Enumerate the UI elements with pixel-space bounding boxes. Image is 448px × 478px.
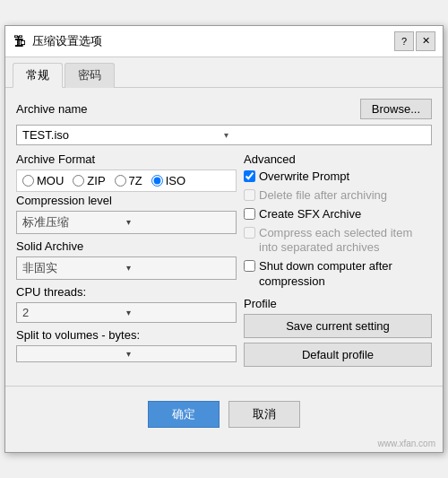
left-column: Archive Format MOU ZIP 7Z (16, 151, 237, 371)
ok-button[interactable]: 确定 (148, 401, 220, 428)
browse-button[interactable]: Browse... (360, 99, 432, 119)
compress-each-checkbox (244, 227, 255, 239)
format-iso[interactable]: ISO (151, 174, 185, 187)
cancel-button[interactable]: 取消 (228, 401, 300, 428)
format-7z[interactable]: 7Z (115, 174, 142, 187)
right-column: Advanced Overwrite Prompt Delete file af… (244, 151, 432, 371)
tab-bar: 常规 密码 (5, 57, 443, 88)
overwrite-prompt-checkbox[interactable] (244, 170, 255, 182)
title-controls: ? ✕ (394, 31, 435, 51)
dialog-title: 压缩设置选项 (32, 33, 394, 49)
default-profile-button[interactable]: Default profile (244, 343, 432, 367)
save-current-setting-button[interactable]: Save current setting (244, 314, 432, 338)
profile-section: Profile Save current setting Default pro… (244, 297, 432, 367)
split-volumes-label: Split to volumes - bytes: (16, 328, 237, 342)
archive-name-row: Archive name Browse... (16, 99, 432, 119)
shutdown-item[interactable]: Shut down computer after compression (244, 259, 432, 290)
archive-name-dropdown-arrow[interactable]: ▾ (224, 130, 426, 140)
cpu-threads-select[interactable]: 2 ▾ (16, 302, 237, 323)
archive-name-label: Archive name (16, 102, 87, 116)
cpu-dropdown-arrow: ▾ (126, 308, 230, 317)
advanced-options: Overwrite Prompt Delete file after archi… (244, 169, 432, 290)
format-zip[interactable]: ZIP (73, 174, 105, 187)
split-volumes-select[interactable]: ▾ (16, 345, 237, 362)
footer-divider (5, 386, 443, 387)
cpu-threads-label: CPU threads: (16, 285, 237, 299)
content-area: Archive name Browse... TEST.iso ▾ Archiv… (5, 87, 443, 378)
create-sfx-item[interactable]: Create SFX Archive (244, 207, 432, 222)
tab-password[interactable]: 密码 (65, 63, 115, 88)
shutdown-checkbox[interactable] (244, 260, 255, 272)
archive-name-field[interactable]: TEST.iso ▾ (16, 125, 432, 145)
create-sfx-checkbox[interactable] (244, 208, 255, 220)
close-button[interactable]: ✕ (416, 31, 435, 51)
compression-dropdown-arrow: ▾ (126, 217, 230, 227)
profile-label: Profile (244, 297, 432, 310)
format-mou[interactable]: MOU (22, 174, 64, 187)
dialog-window: 🗜 压缩设置选项 ? ✕ 常规 密码 Archive name Browse..… (4, 25, 444, 453)
solid-archive-label: Solid Archive (16, 239, 237, 253)
solid-dropdown-arrow: ▾ (126, 263, 230, 273)
solid-archive-select[interactable]: 非固实 ▾ (16, 256, 237, 280)
delete-file-checkbox (244, 189, 255, 201)
archive-format-label: Archive Format (16, 152, 237, 166)
footer-area: 确定 取消 (5, 394, 443, 439)
title-bar: 🗜 压缩设置选项 ? ✕ (5, 26, 443, 57)
advanced-label: Advanced (244, 152, 432, 166)
compress-each-item: Compress each selected item into separat… (244, 226, 432, 256)
compression-level-label: Compression level (16, 194, 237, 207)
help-button[interactable]: ? (394, 31, 414, 51)
overwrite-prompt-item[interactable]: Overwrite Prompt (244, 169, 432, 185)
compression-level-select[interactable]: 标准压缩 ▾ (16, 211, 237, 234)
delete-file-item: Delete file after archiving (244, 188, 432, 204)
tab-general[interactable]: 常规 (13, 63, 63, 88)
split-dropdown-arrow: ▾ (126, 349, 230, 359)
app-icon: 🗜 (13, 34, 27, 48)
two-column-layout: Archive Format MOU ZIP 7Z (16, 151, 432, 371)
watermark: www.xfan.com (5, 439, 443, 452)
format-radio-group: MOU ZIP 7Z ISO (16, 169, 237, 192)
